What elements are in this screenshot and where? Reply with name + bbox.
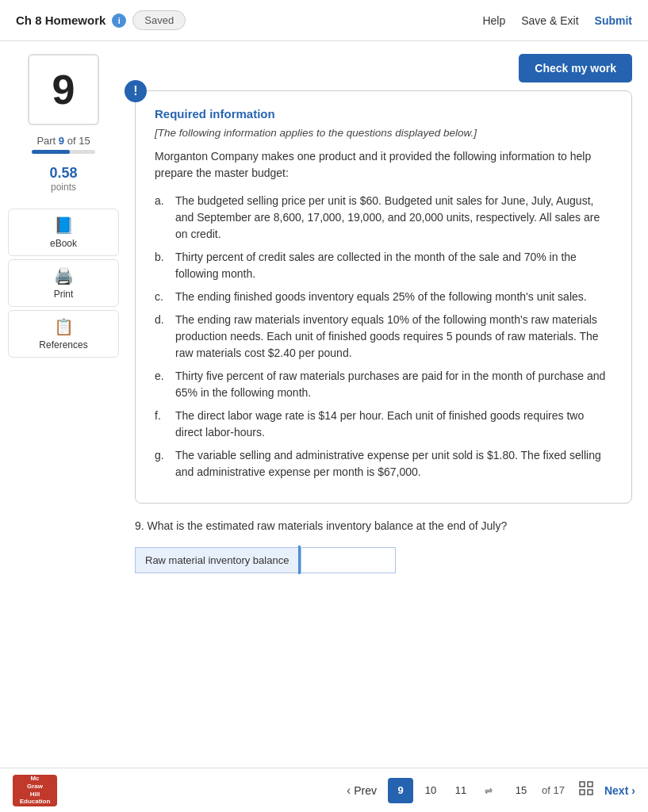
list-item: e.Thirty five percent of raw materials p… (155, 368, 612, 401)
part-label: Part 9 of 15 (36, 135, 90, 147)
submit-button[interactable]: Submit (595, 14, 632, 27)
prev-arrow-icon: ‹ (347, 783, 351, 798)
prev-button[interactable]: ‹ Prev (340, 780, 383, 801)
list-text: The budgeted selling price per unit is $… (175, 193, 612, 243)
content-area: Check my work ! Required information [Th… (127, 41, 648, 768)
info-icon[interactable]: i (112, 13, 126, 28)
footer-nav: McGrawHillEducation ‹ Prev 9 10 11 ⇌ 15 … (0, 768, 648, 812)
list-item: b.Thirty percent of credit sales are col… (155, 249, 612, 282)
next-arrow-icon: › (631, 784, 635, 797)
question-text: 9. What is the estimated raw materials i… (135, 518, 632, 534)
saved-badge: Saved (132, 10, 186, 30)
references-icon: 📋 (54, 317, 74, 336)
mcgraw-logo: McGrawHillEducation (13, 775, 57, 806)
info-box-icon: ! (125, 80, 147, 102)
list-text: The ending finished goods inventory equa… (175, 289, 587, 305)
header-left: Ch 8 Homework i Saved (16, 10, 186, 30)
list-letter: f. (155, 408, 169, 441)
help-button[interactable]: Help (482, 14, 505, 27)
next-button[interactable]: Next › (604, 784, 635, 797)
list-text: The variable selling and administrative … (175, 447, 612, 481)
list-text: The ending raw materials inventory equal… (175, 312, 612, 362)
part-number: 9 (59, 135, 64, 147)
list-item: c.The ending finished goods inventory eq… (155, 289, 612, 305)
answer-input[interactable] (301, 547, 396, 573)
part-total: 15 (79, 135, 90, 147)
svg-rect-4 (588, 790, 592, 795)
main-layout: 9 Part 9 of 15 0.58 points 📘 eBook 🖨️ Pr… (0, 41, 648, 768)
list-letter: d. (155, 312, 169, 362)
page-button-9[interactable]: 9 (388, 778, 413, 803)
progress-bar-fill (32, 150, 70, 154)
answer-label: Raw material inventory balance (135, 547, 298, 573)
references-label: References (39, 339, 87, 350)
answer-row: Raw material inventory balance (135, 546, 632, 574)
list-letter: c. (155, 289, 169, 305)
list-letter: b. (155, 249, 169, 282)
ebook-label: eBook (50, 238, 77, 249)
page-ellipsis: ⇌ (478, 778, 504, 803)
page-button-10[interactable]: 10 (418, 778, 443, 803)
list-text: The direct labor wage rate is $14 per ho… (175, 408, 612, 441)
required-info-title: Required information (155, 107, 612, 121)
ebook-button[interactable]: 📘 eBook (8, 209, 119, 256)
list-letter: a. (155, 193, 169, 243)
page-button-15[interactable]: 15 (508, 778, 534, 803)
list-letter: g. (155, 447, 169, 481)
mcgraw-logo-text: McGrawHillEducation (20, 775, 51, 805)
ebook-icon: 📘 (54, 216, 74, 235)
required-info-subtitle: [The following information applies to th… (155, 127, 612, 139)
check-my-work-button[interactable]: Check my work (519, 54, 632, 82)
required-info-intro: Morganton Company makes one product and … (155, 148, 612, 182)
sidebar-tools: 📘 eBook 🖨️ Print 📋 References (8, 209, 119, 358)
points-label: points (51, 182, 76, 193)
svg-rect-2 (588, 782, 592, 787)
page-title: Ch 8 Homework (16, 13, 105, 27)
sidebar: 9 Part 9 of 15 0.58 points 📘 eBook 🖨️ Pr… (0, 41, 127, 768)
next-label: Next (604, 784, 628, 797)
print-icon: 🖨️ (54, 266, 74, 285)
grid-view-button[interactable] (579, 781, 593, 799)
part-separator: of (64, 135, 79, 147)
list-text: Thirty percent of credit sales are colle… (175, 249, 612, 282)
list-item: g.The variable selling and administrativ… (155, 447, 612, 481)
references-button[interactable]: 📋 References (8, 310, 119, 358)
svg-rect-1 (580, 782, 585, 787)
list-item: d.The ending raw materials inventory equ… (155, 312, 612, 362)
svg-rect-3 (580, 790, 585, 795)
info-list: a.The budgeted selling price per unit is… (155, 193, 612, 481)
part-prefix: Part (36, 135, 58, 147)
svg-text:⇌: ⇌ (485, 787, 493, 795)
of-label: of 17 (542, 784, 565, 796)
list-text: Thirty five percent of raw materials pur… (175, 368, 612, 401)
prev-label: Prev (354, 784, 377, 797)
question-number-box: 9 (28, 54, 99, 125)
info-box: ! Required information [The following in… (135, 90, 632, 504)
list-item: f.The direct labor wage rate is $14 per … (155, 408, 612, 441)
header-right: Help Save & Exit Submit (482, 14, 632, 27)
progress-bar (32, 150, 95, 154)
question-number: 9 (52, 66, 75, 113)
save-exit-button[interactable]: Save & Exit (521, 14, 578, 27)
page-button-11[interactable]: 11 (448, 778, 474, 803)
print-button[interactable]: 🖨️ Print (8, 259, 119, 307)
points-value: 0.58 (49, 165, 77, 182)
list-item: a.The budgeted selling price per unit is… (155, 193, 612, 243)
nav-controls: ‹ Prev 9 10 11 ⇌ 15 of 17 Next › (340, 778, 635, 803)
print-label: Print (54, 289, 74, 300)
header: Ch 8 Homework i Saved Help Save & Exit S… (0, 0, 648, 41)
list-letter: e. (155, 368, 169, 401)
